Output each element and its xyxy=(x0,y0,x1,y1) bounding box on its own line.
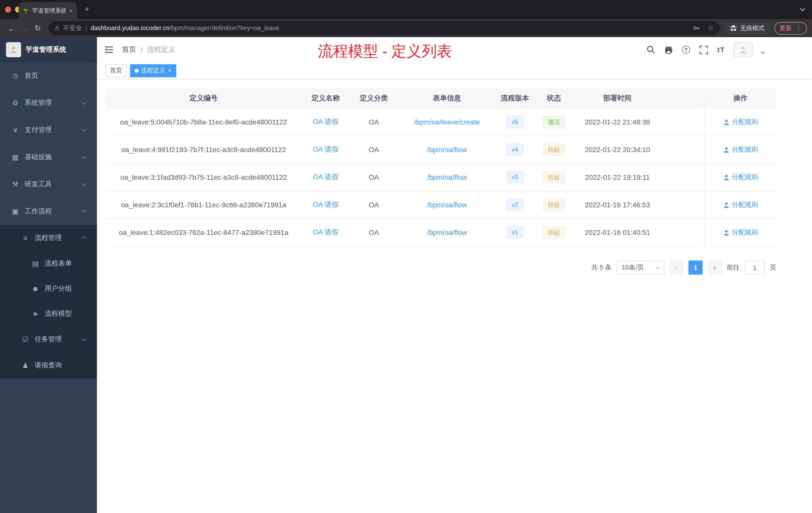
chevron-down-icon xyxy=(82,100,87,105)
cell-filler xyxy=(661,191,704,218)
security-chip[interactable]: 不安全 xyxy=(63,24,82,32)
definition-table: 定义编号 定义名称 定义分类 表单信息 流程版本 状态 部署时间 操作 oa_l… xyxy=(106,88,776,246)
definition-name-link[interactable]: OA 请假 xyxy=(313,145,339,154)
column-header-name: 定义名称 xyxy=(301,88,350,108)
sidebar-item-label: 流程模型 xyxy=(45,309,72,318)
search-icon[interactable] xyxy=(645,44,656,55)
sidebar: 芋道管理系统 ◷ 首页 ⚙ 系统管理 ¥ 支付管理 ▦ 基础设施 xyxy=(0,37,97,513)
url-domain: dashboard.yudao.iocoder.cn xyxy=(91,25,170,32)
page-number-1[interactable]: 1 xyxy=(689,261,702,275)
prev-page-button[interactable]: ‹ xyxy=(669,261,684,275)
version-tag: v2 xyxy=(507,199,523,211)
browser-menu-icon[interactable]: ⋮ xyxy=(795,24,802,32)
next-page-button[interactable]: › xyxy=(707,261,722,275)
page-size-value: 10条/页 xyxy=(622,263,644,272)
back-button[interactable]: ← xyxy=(5,24,18,32)
new-tab-button[interactable]: + xyxy=(81,4,92,15)
cell-filler xyxy=(661,163,704,191)
tab-close-icon[interactable]: × xyxy=(69,7,73,14)
reload-button[interactable]: ↻ xyxy=(31,24,44,33)
version-tag: v1 xyxy=(507,227,523,238)
assign-rule-button[interactable]: 分配规则 xyxy=(723,117,758,126)
fullscreen-icon[interactable] xyxy=(698,44,709,55)
sidebar-item-payment[interactable]: ¥ 支付管理 xyxy=(0,117,97,144)
status-badge: 激活 xyxy=(543,116,565,128)
sidebar-item-dev-tools[interactable]: ⚒ 研发工具 xyxy=(0,171,97,198)
page-size-select[interactable]: 10条/页 xyxy=(617,261,664,275)
incognito-badge[interactable]: 无痕模式 xyxy=(724,22,770,34)
tag-close-icon[interactable]: × xyxy=(168,67,172,74)
app-logo[interactable]: 芋道管理系统 xyxy=(0,37,97,62)
form-info-link[interactable]: /bpm/oa/flow xyxy=(427,201,467,209)
sidebar-item-workflow[interactable]: ▣ 工作流程 xyxy=(0,198,97,225)
definition-name-link[interactable]: OA 请假 xyxy=(313,200,339,209)
gear-icon: ⚙ xyxy=(11,99,20,107)
font-size-icon[interactable]: tT xyxy=(716,44,727,55)
sidebar-item-system[interactable]: ⚙ 系统管理 xyxy=(0,89,97,117)
sidebar-item-label: 请假查询 xyxy=(35,361,62,370)
status-badge: 挂起 xyxy=(543,199,565,211)
yen-icon: ¥ xyxy=(11,126,20,134)
column-header-version: 流程版本 xyxy=(496,88,534,108)
assign-rule-label: 分配规则 xyxy=(732,145,758,154)
form-info-link[interactable]: /bpm/oa/flow xyxy=(427,146,467,154)
assign-rule-button[interactable]: 分配规则 xyxy=(723,228,758,237)
sidebar-collapse-button[interactable] xyxy=(105,46,114,54)
assign-rule-button[interactable]: 分配规则 xyxy=(723,173,758,182)
password-key-icon[interactable] xyxy=(691,23,702,34)
sidebar-item-process-manage[interactable]: ≡ 流程管理 xyxy=(0,225,97,251)
form-info-link[interactable]: /bpm/oa/flow xyxy=(427,229,467,236)
sidebar-item-leave-query[interactable]: ♟ 请假查询 xyxy=(0,352,97,379)
definition-name-link[interactable]: OA 请假 xyxy=(313,117,339,126)
forward-button[interactable]: → xyxy=(18,24,31,32)
sidebar-item-task-manage[interactable]: ☑ 任务管理 xyxy=(0,326,97,352)
assign-rule-button[interactable]: 分配规则 xyxy=(723,145,758,154)
browser-update-button[interactable]: 更新 ⋮ xyxy=(774,22,807,34)
cell-filler xyxy=(661,136,704,163)
status-badge: 挂起 xyxy=(543,144,565,156)
close-window-button[interactable] xyxy=(5,6,11,12)
sidebar-item-infrastructure[interactable]: ▦ 基础设施 xyxy=(0,144,97,171)
address-bar[interactable]: ⚠ 不安全 | dashboard.yudao.iocoder.cn/bpm/m… xyxy=(48,21,720,35)
browser-tab[interactable]: 芋道管理系统 × xyxy=(19,2,77,19)
chevron-down-icon xyxy=(82,181,87,186)
cell-definition-id: oa_leave:2:3c1f0ef1-76b1-11ec-9c66-a2380… xyxy=(106,191,301,218)
monitor-icon: ▦ xyxy=(11,153,20,161)
tag-process-definition[interactable]: 流程定义 × xyxy=(130,64,176,77)
avatar-dropdown-caret-icon[interactable] xyxy=(761,52,765,54)
top-navbar: 首页 / 流程定义 ? t xyxy=(97,37,812,62)
definition-name-link[interactable]: OA 请假 xyxy=(313,228,339,237)
help-icon[interactable]: ? xyxy=(680,44,692,55)
tab-search-chevron-icon[interactable] xyxy=(800,6,806,11)
user-avatar[interactable] xyxy=(733,42,753,57)
sidebar-item-label: 用户分组 xyxy=(45,284,72,293)
main-area: 首页 / 流程定义 ? t xyxy=(97,37,812,513)
column-header-deploy-time: 部署时间 xyxy=(574,88,661,108)
definition-name-link[interactable]: OA 请假 xyxy=(313,173,339,182)
sidebar-item-process-form[interactable]: ▤ 流程表单 xyxy=(0,251,97,276)
cell-category: OA xyxy=(350,136,398,163)
sidebar-item-home[interactable]: ◷ 首页 xyxy=(0,62,97,89)
sidebar-item-user-group[interactable]: ☻ 用户分组 xyxy=(0,276,97,301)
assign-rule-button[interactable]: 分配规则 xyxy=(723,200,758,209)
tag-home[interactable]: 首页 xyxy=(106,64,126,77)
sidebar-item-label: 系统管理 xyxy=(25,98,52,108)
cell-deploy-time: 2022-01-16 01:40:51 xyxy=(574,219,661,246)
workflow-icon: ▣ xyxy=(11,207,20,215)
bookmark-star-icon[interactable]: ☆ xyxy=(708,24,714,32)
breadcrumb-home[interactable]: 首页 xyxy=(122,45,136,54)
breadcrumb-current: 流程定义 xyxy=(147,45,175,54)
goto-page-input[interactable] xyxy=(745,261,765,275)
navbar-tools: ? tT xyxy=(645,42,765,57)
form-info-link[interactable]: /bpm/oa/leave/create xyxy=(414,118,480,126)
omnibox-divider: | xyxy=(86,25,87,32)
assign-rule-label: 分配规则 xyxy=(732,117,758,126)
github-icon[interactable] xyxy=(663,44,674,55)
tab-title: 芋道管理系统 xyxy=(32,7,66,14)
form-info-link[interactable]: /bpm/oa/flow xyxy=(427,173,467,181)
cell-category: OA xyxy=(350,191,398,218)
sidebar-item-process-model[interactable]: ➤ 流程模型 xyxy=(0,301,97,326)
assign-rule-label: 分配规则 xyxy=(732,173,758,182)
version-tag: v3 xyxy=(507,171,523,183)
table-row: oa_leave:4:991f2193-7b7f-11ec-a3c8-acde4… xyxy=(106,136,776,163)
